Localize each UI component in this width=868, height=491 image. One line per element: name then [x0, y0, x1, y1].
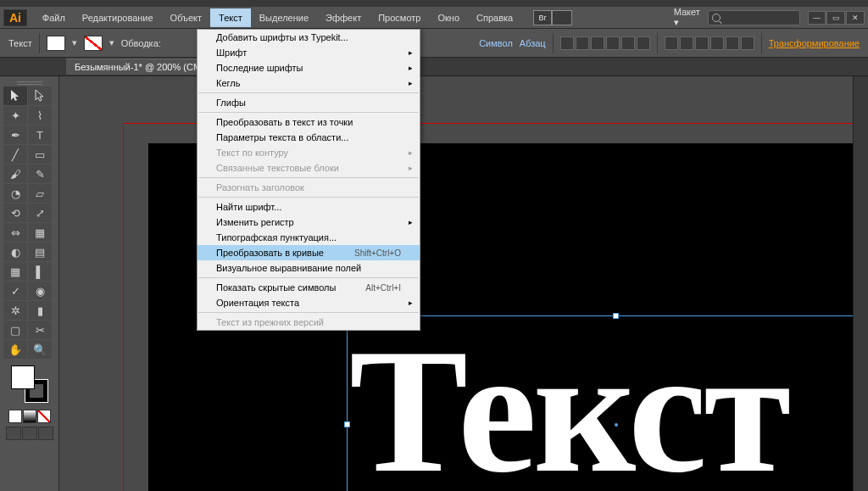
stroke-swatch[interactable]	[84, 36, 103, 51]
menu-item-изменить-регистр[interactable]: Изменить регистр	[198, 215, 420, 230]
menu-item-глифы[interactable]: Глифы	[198, 95, 420, 110]
menu-item-добавить-шрифты-из-typekit-[interactable]: Добавить шрифты из Typekit...	[198, 30, 420, 45]
menu-item-показать-скрытые-символы[interactable]: Показать скрытые символыAlt+Ctrl+I	[198, 280, 420, 295]
blob-brush-tool[interactable]: ◔	[3, 184, 27, 203]
menu-separator	[198, 177, 419, 178]
menu-item-кегль[interactable]: Кегль	[198, 75, 420, 91]
menu-separator	[198, 112, 419, 113]
paintbrush-tool[interactable]: 🖌	[3, 165, 27, 183]
menu-item-параметры-текста-в-области-[interactable]: Параметры текста в области...	[198, 130, 420, 145]
handle-top-center[interactable]	[613, 313, 619, 319]
blend-tool[interactable]: ◉	[28, 282, 52, 300]
hand-tool[interactable]: ✋	[3, 340, 27, 359]
menu-item-найти-шрифт-[interactable]: Найти шрифт...	[198, 199, 420, 215]
perspective-tool[interactable]: ▤	[28, 243, 52, 261]
app-logo: Ai	[3, 9, 27, 26]
color-mode-row[interactable]	[8, 410, 51, 423]
fill-stroke-swatch[interactable]	[11, 365, 48, 403]
menu-item-связанные-текстовые-блоки: Связанные текстовые блоки	[198, 160, 420, 176]
window-close[interactable]: ✕	[846, 11, 865, 25]
column-graph-tool[interactable]: ▮	[28, 301, 52, 320]
menu-separator	[198, 92, 419, 93]
title-bar	[0, 0, 868, 7]
window-minimize[interactable]: —	[808, 11, 826, 25]
right-panels-collapsed[interactable]	[853, 76, 868, 491]
menu-просмотр[interactable]: Просмотр	[370, 8, 429, 27]
selection-tool[interactable]	[3, 86, 27, 105]
selection-center-icon	[615, 423, 618, 427]
window-maximize[interactable]: ▭	[826, 11, 845, 25]
menu-объект[interactable]: Объект	[162, 8, 210, 27]
slice-tool[interactable]: ✂	[28, 321, 52, 339]
menu-item-ориентация-текста[interactable]: Ориентация текста	[198, 295, 420, 310]
menu-item-визуальное-выравнивание-полей[interactable]: Визуальное выравнивание полей	[198, 260, 420, 276]
direct-selection-tool[interactable]	[28, 86, 52, 105]
bridge-button[interactable]: Br	[533, 10, 552, 25]
paragraph-link[interactable]: Абзац	[520, 38, 546, 48]
menu-item-преобразовать-в-текст-из-точки[interactable]: Преобразовать в текст из точки	[198, 114, 420, 130]
search-input[interactable]	[708, 10, 800, 25]
selection-bounding-box[interactable]	[347, 315, 868, 491]
free-transform-tool[interactable]: ▦	[28, 223, 52, 242]
eyedropper-tool[interactable]: ✓	[3, 282, 27, 300]
scale-tool[interactable]: ⤢	[28, 204, 52, 222]
menu-item-последние-шрифты[interactable]: Последние шрифты	[198, 60, 420, 75]
menu-item-текст-по-контуру: Текст по контуру	[198, 145, 420, 160]
magic-wand-tool[interactable]: ✦	[3, 106, 27, 125]
panel-grip[interactable]	[3, 80, 55, 86]
character-link[interactable]: Символ	[479, 38, 513, 48]
menu-item-шрифт[interactable]: Шрифт	[198, 45, 420, 60]
mesh-tool[interactable]: ▦	[3, 262, 27, 281]
rotate-tool[interactable]: ⟲	[3, 204, 27, 222]
menu-эффект[interactable]: Эффект	[317, 8, 370, 27]
rectangle-tool[interactable]: ▭	[28, 145, 52, 164]
menu-bar: Ai ФайлРедактированиеОбъектТекстВыделени…	[0, 7, 868, 29]
gradient-tool[interactable]: ▌	[28, 262, 52, 281]
artboard-tool[interactable]: ▢	[3, 321, 27, 339]
workspace: ✦ ⌇ ✒ T ╱ ▭ 🖌 ✎ ◔ ▱ ⟲ ⤢ ⇔ ▦ ◐ ▤ ▦ ▌ ✓ ◉ …	[0, 76, 868, 491]
tool-label: Текст	[8, 38, 32, 48]
menu-separator	[198, 312, 419, 313]
eraser-tool[interactable]: ▱	[28, 184, 52, 203]
zoom-tool[interactable]: 🔍	[28, 340, 52, 359]
search-icon	[712, 14, 721, 22]
pencil-tool[interactable]: ✎	[28, 165, 52, 183]
menu-файл[interactable]: Файл	[34, 8, 74, 27]
arrange-docs-button[interactable]	[552, 10, 572, 25]
handle-middle-left[interactable]	[344, 421, 350, 427]
menu-item-текст-из-прежних-версий: Текст из прежних версий	[198, 315, 420, 330]
type-tool[interactable]: T	[28, 126, 52, 144]
symbol-sprayer-tool[interactable]: ✲	[3, 301, 27, 320]
menu-separator	[198, 277, 419, 278]
screen-mode-row[interactable]	[6, 427, 53, 440]
document-tab-bar: Безымянный-1* @ 200% (CMYK/П	[0, 58, 868, 76]
type-menu-dropdown: Добавить шрифты из Typekit...ШрифтПослед…	[197, 29, 420, 331]
line-tool[interactable]: ╱	[3, 145, 27, 164]
menu-item-разогнать-заголовок: Разогнать заголовок	[198, 180, 420, 195]
stroke-label: Обводка:	[121, 38, 161, 48]
paragraph-align-buttons[interactable]	[560, 36, 650, 50]
menu-текст[interactable]: Текст	[210, 8, 251, 27]
menu-separator	[198, 197, 419, 198]
transform-link[interactable]: Трансформирование	[769, 38, 860, 48]
workspace-label[interactable]: Макет ▾	[674, 7, 708, 28]
canvas-area[interactable]: Текст	[59, 76, 868, 491]
menu-редактирование[interactable]: Редактирование	[74, 8, 162, 27]
control-bar: Текст ▾ ▾ Обводка: Символ Абзац Трансфор…	[0, 29, 868, 58]
object-align-buttons[interactable]	[665, 36, 754, 50]
lasso-tool[interactable]: ⌇	[28, 106, 52, 125]
menu-окно[interactable]: Окно	[429, 8, 468, 27]
tools-panel: ✦ ⌇ ✒ T ╱ ▭ 🖌 ✎ ◔ ▱ ⟲ ⤢ ⇔ ▦ ◐ ▤ ▦ ▌ ✓ ◉ …	[0, 76, 59, 491]
fill-swatch[interactable]	[47, 36, 65, 51]
menu-item-типографская-пунктуация-[interactable]: Типографская пунктуация...	[198, 230, 420, 245]
menu-выделение[interactable]: Выделение	[251, 8, 317, 27]
width-tool[interactable]: ⇔	[3, 223, 27, 242]
shape-builder-tool[interactable]: ◐	[3, 243, 27, 261]
menu-справка[interactable]: Справка	[468, 8, 521, 27]
menu-item-преобразовать-в-кривые[interactable]: Преобразовать в кривыеShift+Ctrl+O	[198, 245, 420, 260]
pen-tool[interactable]: ✒	[3, 126, 27, 144]
